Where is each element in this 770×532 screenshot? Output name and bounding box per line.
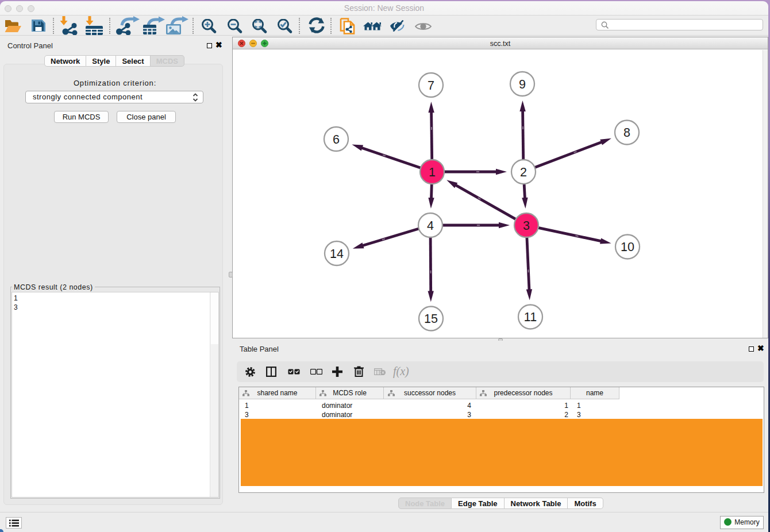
svg-text:2: 2 bbox=[520, 165, 527, 179]
svg-text:4: 4 bbox=[427, 219, 434, 233]
svg-text:15: 15 bbox=[424, 312, 438, 326]
svg-text:6: 6 bbox=[333, 133, 340, 147]
svg-text:8: 8 bbox=[623, 126, 630, 140]
svg-text:3: 3 bbox=[523, 219, 530, 233]
svg-text:9: 9 bbox=[519, 78, 526, 91]
svg-text:7: 7 bbox=[428, 79, 434, 92]
svg-text:10: 10 bbox=[621, 240, 634, 254]
svg-text:14: 14 bbox=[330, 247, 344, 261]
svg-text:11: 11 bbox=[524, 310, 537, 324]
svg-text:1: 1 bbox=[429, 165, 436, 179]
